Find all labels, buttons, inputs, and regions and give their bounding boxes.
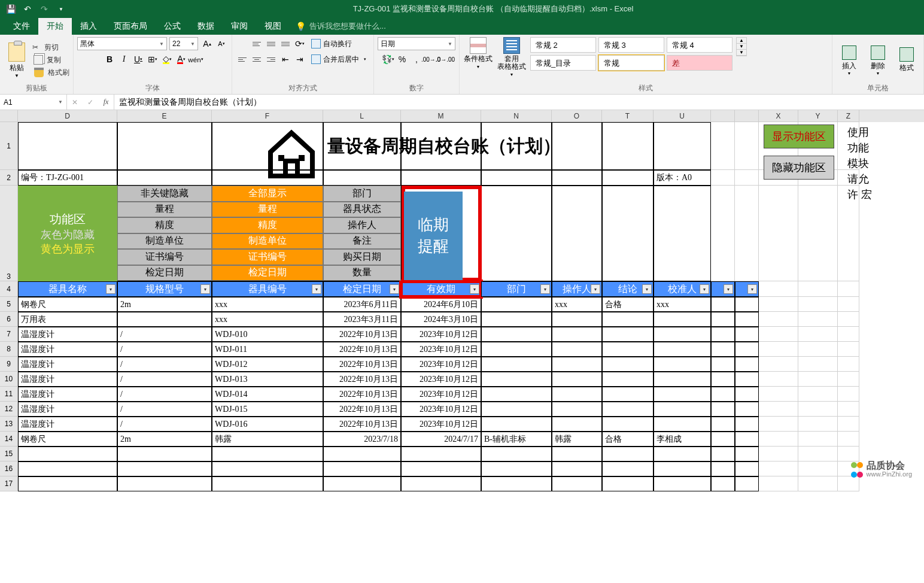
func-btn[interactable]: 部门: [323, 186, 401, 202]
insert-function-button[interactable]: fx: [98, 95, 114, 110]
cell-spec[interactable]: /: [117, 402, 212, 417]
func-btn[interactable]: 购买日期: [323, 249, 401, 265]
align-middle-button[interactable]: [265, 37, 278, 50]
cell-dept[interactable]: [481, 312, 552, 327]
cell-op[interactable]: xxx: [552, 297, 602, 312]
row-header[interactable]: 10: [0, 372, 18, 387]
cell-cal[interactable]: [654, 387, 711, 402]
func-btn[interactable]: 非关键隐藏: [117, 186, 212, 202]
func-btn[interactable]: 制造单位: [117, 233, 212, 250]
row-header[interactable]: 2: [0, 170, 18, 186]
copy-button[interactable]: 复制: [32, 54, 69, 66]
cell-code[interactable]: WDJ-012: [212, 357, 323, 372]
cell-code[interactable]: xxx: [212, 297, 323, 312]
row-header[interactable]: 4: [0, 281, 18, 297]
fill-color-button[interactable]: ◇▾: [160, 53, 174, 66]
row-header[interactable]: 9: [0, 357, 18, 372]
cell-dept[interactable]: [481, 327, 552, 342]
enter-formula-button[interactable]: ✓: [83, 95, 98, 110]
func-btn[interactable]: 器具状态: [323, 202, 401, 218]
cell-spec[interactable]: /: [117, 342, 212, 357]
row-header[interactable]: 13: [0, 417, 18, 432]
cell-op[interactable]: [552, 342, 602, 357]
row-header[interactable]: 5: [0, 297, 18, 312]
format-cells-button[interactable]: 格式: [893, 47, 920, 73]
col-header[interactable]: Y: [798, 110, 838, 122]
cell-check[interactable]: 2022年10月13日: [323, 327, 401, 342]
cell-name[interactable]: 钢卷尺: [18, 432, 117, 447]
cell-cal[interactable]: 李相成: [654, 432, 711, 447]
cell-dept[interactable]: [481, 357, 552, 372]
cell-res[interactable]: [602, 417, 654, 432]
func-btn[interactable]: 备注: [323, 233, 401, 250]
cell-check[interactable]: 2022年10月13日: [323, 342, 401, 357]
cell-valid[interactable]: 2023年10月12日: [401, 387, 481, 402]
col-header[interactable]: O: [552, 110, 602, 122]
cell-dept[interactable]: [481, 342, 552, 357]
save-icon[interactable]: 💾: [5, 3, 17, 15]
version-cell[interactable]: 版本：A0: [654, 170, 711, 186]
col-header[interactable]: M: [401, 110, 481, 122]
cell-valid[interactable]: 2023年10月12日: [401, 327, 481, 342]
func-btn[interactable]: 量程: [212, 202, 323, 218]
border-button[interactable]: ⊞▾: [146, 53, 159, 66]
cell-valid[interactable]: 2023年10月12日: [401, 402, 481, 417]
cell-valid[interactable]: 2024年3月10日: [401, 312, 481, 327]
func-btn[interactable]: 精度: [117, 217, 212, 233]
cell-spec[interactable]: /: [117, 417, 212, 432]
increase-font-button[interactable]: A▴: [200, 37, 214, 50]
phonetic-button[interactable]: wén▾: [189, 53, 202, 66]
filter-icon[interactable]: ▾: [470, 284, 479, 294]
merge-center-button[interactable]: 合并后居中▾: [308, 53, 370, 66]
col-header[interactable]: N: [481, 110, 552, 122]
col-header[interactable]: Z: [838, 110, 859, 122]
style-bad[interactable]: 差: [667, 55, 732, 71]
cell-name[interactable]: 温湿度计: [18, 387, 117, 402]
cell-res[interactable]: 合格: [602, 297, 654, 312]
row-header[interactable]: 1: [0, 122, 18, 170]
row-header[interactable]: 8: [0, 342, 18, 357]
gallery-more-button[interactable]: ▼: [737, 50, 746, 56]
row-header[interactable]: 7: [0, 327, 18, 342]
font-color-button[interactable]: A▾: [175, 53, 188, 66]
percent-button[interactable]: %: [396, 53, 409, 66]
style-normal[interactable]: 常规: [598, 55, 664, 71]
hdr-check[interactable]: 检定日期▾: [323, 281, 401, 297]
cell-code[interactable]: WDJ-016: [212, 417, 323, 432]
redo-icon[interactable]: ↷: [38, 3, 50, 15]
format-as-table-button[interactable]: 套用 表格格式▼: [497, 37, 527, 78]
doc-no-cell[interactable]: 编号：TJ-ZG-001: [18, 170, 117, 186]
cell-check[interactable]: 2022年10月13日: [323, 387, 401, 402]
cell-code[interactable]: 韩露: [212, 432, 323, 447]
cell-op[interactable]: [552, 357, 602, 372]
cell-name[interactable]: 温湿度计: [18, 402, 117, 417]
cell-valid[interactable]: 2024/7/17: [401, 432, 481, 447]
cell-dept[interactable]: [481, 417, 552, 432]
cell-valid[interactable]: 2023年10月12日: [401, 342, 481, 357]
tab-review[interactable]: 审阅: [223, 18, 256, 35]
cell-code[interactable]: WDJ-010: [212, 327, 323, 342]
filter-icon[interactable]: ▾: [200, 284, 210, 294]
conditional-formatting-button[interactable]: 条件格式▼: [463, 37, 493, 71]
cell-spec[interactable]: 2m: [117, 297, 212, 312]
filter-icon[interactable]: ▾: [106, 284, 116, 294]
undo-icon[interactable]: ↶: [22, 3, 34, 15]
cell-code[interactable]: WDJ-014: [212, 387, 323, 402]
style-normal3[interactable]: 常规 3: [598, 37, 664, 53]
cell-check[interactable]: 2023年3月11日: [323, 312, 401, 327]
col-header[interactable]: T: [602, 110, 654, 122]
row-header[interactable]: 17: [0, 476, 18, 491]
tab-formulas[interactable]: 公式: [156, 18, 189, 35]
cell-code[interactable]: WDJ-011: [212, 342, 323, 357]
func-btn[interactable]: 证书编号: [212, 249, 323, 265]
font-size-combo[interactable]: 22▼: [169, 37, 198, 50]
filter-icon[interactable]: ▾: [724, 284, 733, 294]
wrap-text-button[interactable]: 自动换行: [308, 37, 355, 50]
tab-view[interactable]: 视图: [256, 18, 290, 35]
filter-icon[interactable]: ▾: [700, 284, 709, 294]
cell-dept[interactable]: [481, 387, 552, 402]
cell-cal[interactable]: [654, 342, 711, 357]
cell-name[interactable]: 温湿度计: [18, 357, 117, 372]
cell-check[interactable]: 2022年10月13日: [323, 372, 401, 387]
cell-op[interactable]: [552, 327, 602, 342]
